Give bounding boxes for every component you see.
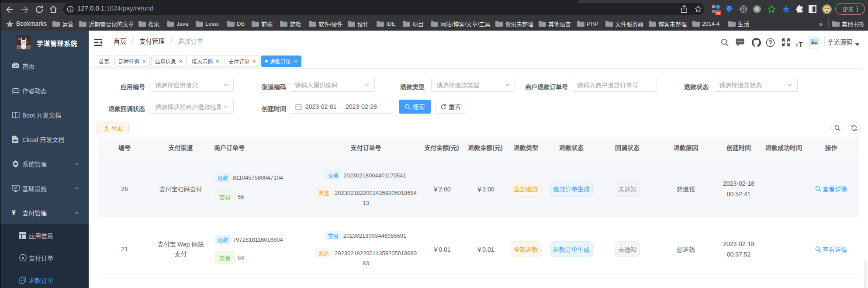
svg-text:¥: ¥	[22, 256, 24, 260]
svg-text:12: 12	[716, 10, 721, 15]
